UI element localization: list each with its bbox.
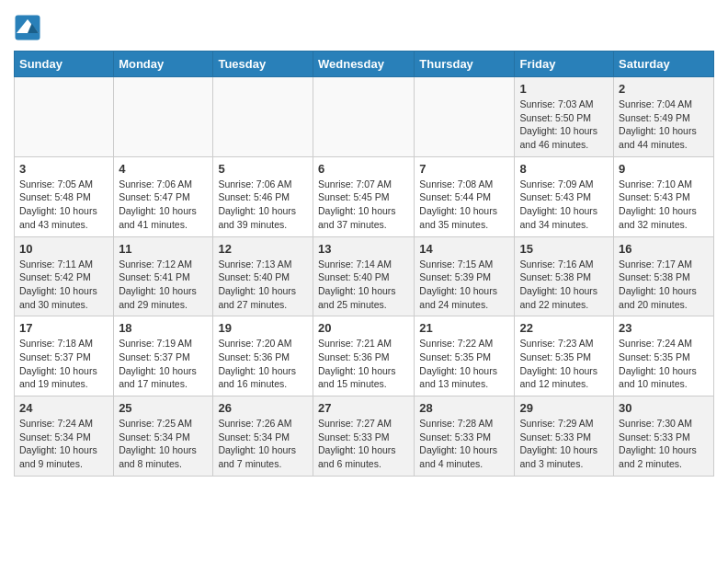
calendar-day-cell: 14Sunrise: 7:15 AM Sunset: 5:39 PM Dayli… <box>415 236 515 316</box>
calendar-day-cell: 23Sunrise: 7:24 AM Sunset: 5:35 PM Dayli… <box>614 316 714 396</box>
day-info: Sunrise: 7:12 AM Sunset: 5:41 PM Dayligh… <box>119 258 208 312</box>
day-info: Sunrise: 7:29 AM Sunset: 5:33 PM Dayligh… <box>519 417 609 471</box>
logo-icon <box>14 14 41 41</box>
day-info: Sunrise: 7:21 AM Sunset: 5:36 PM Dayligh… <box>318 337 409 391</box>
weekday-header: Thursday <box>415 52 515 77</box>
calendar-day-cell: 26Sunrise: 7:26 AM Sunset: 5:34 PM Dayli… <box>213 396 313 477</box>
day-info: Sunrise: 7:19 AM Sunset: 5:37 PM Dayligh… <box>119 337 208 391</box>
day-number: 7 <box>419 162 509 176</box>
day-info: Sunrise: 7:10 AM Sunset: 5:43 PM Dayligh… <box>619 178 709 232</box>
day-number: 12 <box>218 242 308 256</box>
day-number: 26 <box>218 401 308 415</box>
calendar-day-cell: 6Sunrise: 7:07 AM Sunset: 5:45 PM Daylig… <box>313 156 414 236</box>
calendar-day-cell: 3Sunrise: 7:05 AM Sunset: 5:48 PM Daylig… <box>15 156 114 236</box>
calendar-week-row: 3Sunrise: 7:05 AM Sunset: 5:48 PM Daylig… <box>15 156 714 236</box>
day-number: 22 <box>519 321 609 335</box>
calendar-day-cell: 8Sunrise: 7:09 AM Sunset: 5:43 PM Daylig… <box>515 156 614 236</box>
calendar-day-cell: 11Sunrise: 7:12 AM Sunset: 5:41 PM Dayli… <box>114 236 213 316</box>
day-number: 4 <box>119 162 208 176</box>
day-number: 29 <box>519 401 609 415</box>
weekday-header: Friday <box>515 52 614 77</box>
day-info: Sunrise: 7:26 AM Sunset: 5:34 PM Dayligh… <box>218 417 308 471</box>
calendar-day-cell: 30Sunrise: 7:30 AM Sunset: 5:33 PM Dayli… <box>614 396 714 477</box>
calendar-week-row: 24Sunrise: 7:24 AM Sunset: 5:34 PM Dayli… <box>15 396 714 477</box>
day-info: Sunrise: 7:06 AM Sunset: 5:46 PM Dayligh… <box>218 178 308 232</box>
calendar-day-cell <box>313 77 414 157</box>
day-number: 21 <box>419 321 509 335</box>
day-number: 28 <box>419 401 509 415</box>
calendar-day-cell: 9Sunrise: 7:10 AM Sunset: 5:43 PM Daylig… <box>614 156 714 236</box>
day-info: Sunrise: 7:25 AM Sunset: 5:34 PM Dayligh… <box>119 417 208 471</box>
weekday-header: Monday <box>114 52 213 77</box>
day-number: 5 <box>218 162 308 176</box>
day-info: Sunrise: 7:24 AM Sunset: 5:34 PM Dayligh… <box>19 417 108 471</box>
day-info: Sunrise: 7:18 AM Sunset: 5:37 PM Dayligh… <box>19 337 108 391</box>
calendar-day-cell: 21Sunrise: 7:22 AM Sunset: 5:35 PM Dayli… <box>415 316 515 396</box>
day-number: 8 <box>519 162 609 176</box>
day-number: 1 <box>519 82 609 96</box>
day-info: Sunrise: 7:16 AM Sunset: 5:38 PM Dayligh… <box>519 258 609 312</box>
day-number: 20 <box>318 321 409 335</box>
calendar-day-cell: 4Sunrise: 7:06 AM Sunset: 5:47 PM Daylig… <box>114 156 213 236</box>
day-info: Sunrise: 7:22 AM Sunset: 5:35 PM Dayligh… <box>419 337 509 391</box>
day-number: 25 <box>119 401 208 415</box>
day-info: Sunrise: 7:30 AM Sunset: 5:33 PM Dayligh… <box>619 417 709 471</box>
day-number: 24 <box>19 401 108 415</box>
day-info: Sunrise: 7:04 AM Sunset: 5:49 PM Dayligh… <box>619 98 709 152</box>
calendar-day-cell <box>213 77 313 157</box>
calendar-day-cell: 12Sunrise: 7:13 AM Sunset: 5:40 PM Dayli… <box>213 236 313 316</box>
calendar-week-row: 1Sunrise: 7:03 AM Sunset: 5:50 PM Daylig… <box>15 77 714 157</box>
calendar-day-cell: 19Sunrise: 7:20 AM Sunset: 5:36 PM Dayli… <box>213 316 313 396</box>
calendar-day-cell: 17Sunrise: 7:18 AM Sunset: 5:37 PM Dayli… <box>15 316 114 396</box>
day-number: 16 <box>619 242 709 256</box>
calendar-day-cell: 2Sunrise: 7:04 AM Sunset: 5:49 PM Daylig… <box>614 77 714 157</box>
calendar-day-cell: 15Sunrise: 7:16 AM Sunset: 5:38 PM Dayli… <box>515 236 614 316</box>
day-info: Sunrise: 7:27 AM Sunset: 5:33 PM Dayligh… <box>318 417 409 471</box>
calendar-day-cell: 10Sunrise: 7:11 AM Sunset: 5:42 PM Dayli… <box>15 236 114 316</box>
calendar-day-cell: 18Sunrise: 7:19 AM Sunset: 5:37 PM Dayli… <box>114 316 213 396</box>
day-number: 3 <box>19 162 108 176</box>
calendar-day-cell: 16Sunrise: 7:17 AM Sunset: 5:38 PM Dayli… <box>614 236 714 316</box>
calendar-day-cell: 7Sunrise: 7:08 AM Sunset: 5:44 PM Daylig… <box>415 156 515 236</box>
day-number: 19 <box>218 321 308 335</box>
calendar-day-cell: 20Sunrise: 7:21 AM Sunset: 5:36 PM Dayli… <box>313 316 414 396</box>
calendar-day-cell: 29Sunrise: 7:29 AM Sunset: 5:33 PM Dayli… <box>515 396 614 477</box>
day-number: 17 <box>19 321 108 335</box>
weekday-header: Tuesday <box>213 52 313 77</box>
day-info: Sunrise: 7:17 AM Sunset: 5:38 PM Dayligh… <box>619 258 709 312</box>
calendar-day-cell: 13Sunrise: 7:14 AM Sunset: 5:40 PM Dayli… <box>313 236 414 316</box>
day-info: Sunrise: 7:07 AM Sunset: 5:45 PM Dayligh… <box>318 178 409 232</box>
calendar-week-row: 17Sunrise: 7:18 AM Sunset: 5:37 PM Dayli… <box>15 316 714 396</box>
day-number: 10 <box>19 242 108 256</box>
weekday-header: Sunday <box>15 52 114 77</box>
day-number: 18 <box>119 321 208 335</box>
calendar-day-cell: 5Sunrise: 7:06 AM Sunset: 5:46 PM Daylig… <box>213 156 313 236</box>
day-info: Sunrise: 7:23 AM Sunset: 5:35 PM Dayligh… <box>519 337 609 391</box>
weekday-header: Wednesday <box>313 52 414 77</box>
page-header <box>14 14 714 41</box>
calendar-day-cell: 25Sunrise: 7:25 AM Sunset: 5:34 PM Dayli… <box>114 396 213 477</box>
day-number: 9 <box>619 162 709 176</box>
calendar-day-cell: 1Sunrise: 7:03 AM Sunset: 5:50 PM Daylig… <box>515 77 614 157</box>
calendar-day-cell: 24Sunrise: 7:24 AM Sunset: 5:34 PM Dayli… <box>15 396 114 477</box>
day-number: 30 <box>619 401 709 415</box>
calendar-day-cell: 27Sunrise: 7:27 AM Sunset: 5:33 PM Dayli… <box>313 396 414 477</box>
day-info: Sunrise: 7:24 AM Sunset: 5:35 PM Dayligh… <box>619 337 709 391</box>
day-info: Sunrise: 7:06 AM Sunset: 5:47 PM Dayligh… <box>119 178 208 232</box>
logo <box>14 14 46 41</box>
day-info: Sunrise: 7:11 AM Sunset: 5:42 PM Dayligh… <box>19 258 108 312</box>
day-number: 6 <box>318 162 409 176</box>
weekday-header: Saturday <box>614 52 714 77</box>
day-number: 2 <box>619 82 709 96</box>
calendar-day-cell <box>415 77 515 157</box>
day-number: 14 <box>419 242 509 256</box>
calendar-day-cell <box>114 77 213 157</box>
day-info: Sunrise: 7:13 AM Sunset: 5:40 PM Dayligh… <box>218 258 308 312</box>
day-info: Sunrise: 7:09 AM Sunset: 5:43 PM Dayligh… <box>519 178 609 232</box>
day-info: Sunrise: 7:15 AM Sunset: 5:39 PM Dayligh… <box>419 258 509 312</box>
day-number: 15 <box>519 242 609 256</box>
day-number: 13 <box>318 242 409 256</box>
day-info: Sunrise: 7:20 AM Sunset: 5:36 PM Dayligh… <box>218 337 308 391</box>
day-info: Sunrise: 7:05 AM Sunset: 5:48 PM Dayligh… <box>19 178 108 232</box>
calendar-day-cell: 22Sunrise: 7:23 AM Sunset: 5:35 PM Dayli… <box>515 316 614 396</box>
